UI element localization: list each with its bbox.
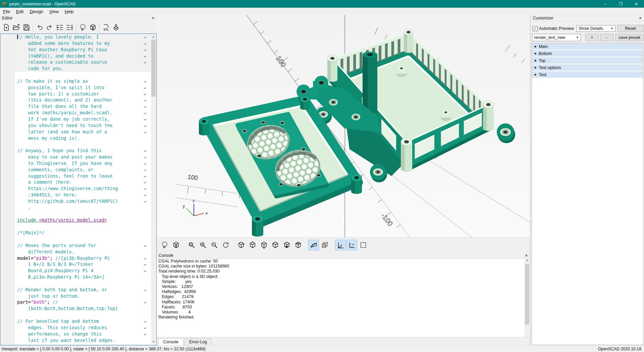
code-row[interactable]: If I've done my job correctly,↵ [0, 116, 156, 122]
view-back-button[interactable] [293, 240, 304, 250]
code-row[interactable]: 1 B+/2 B/3 B/3 B+/Tinker↵ [0, 261, 156, 268]
reset-view-button[interactable] [220, 240, 231, 250]
section-main[interactable]: ▶Main [532, 43, 643, 50]
code-row[interactable]: 3// To make it as simple as↵ [0, 78, 156, 84]
code-editor[interactable]: 1// Hello, you lovely people. I↵ added s… [0, 34, 157, 345]
code-row[interactable]: 1// Hello, you lovely people. I↵ [0, 34, 156, 40]
code-row[interactable]: easy to use and post your makes↵ [0, 154, 156, 160]
section-text-options[interactable]: ▶Text options [532, 64, 643, 71]
code-row[interactable]: file that does all the hard↵ [0, 103, 156, 110]
save-preset-button[interactable]: save preset [615, 34, 644, 41]
code-row[interactable]: 6 [0, 211, 156, 217]
preview-button[interactable]: » [78, 22, 88, 33]
orthogonal-button[interactable] [320, 240, 330, 250]
view-right-button[interactable] [236, 240, 247, 250]
undo-button[interactable] [35, 22, 45, 33]
send-to-printer-button[interactable] [111, 22, 121, 33]
perspective-button[interactable] [308, 240, 319, 250]
code-row[interactable]: 4 [0, 141, 156, 148]
code-row[interactable]: (YARPiC), and decided to↵ [0, 53, 156, 59]
view-front-button[interactable] [281, 240, 292, 250]
code-row[interactable]: just top or bottom. [0, 293, 156, 299]
code-row[interactable]: 9/*[Main]*/ [0, 230, 156, 236]
show-scale-markers-button[interactable]: 10 [346, 240, 357, 250]
code-row[interactable]: work (maths/yarpic_model.scad).↵ [0, 110, 156, 116]
code-row[interactable]: comments, complaints, or↵ [0, 167, 156, 173]
code-row[interactable]: 13 [0, 280, 156, 287]
scroll-down-icon[interactable]: ▼ [151, 339, 156, 344]
section-top[interactable]: ▶Top [532, 57, 643, 64]
redo-button[interactable] [45, 22, 55, 33]
code-row[interactable]: (this document), and 2) another↵ [0, 97, 156, 103]
editor-close-icon[interactable]: ✕ [152, 16, 155, 20]
new-file-button[interactable] [1, 22, 11, 33]
preset-dropdown[interactable]: render_test_new ▼ [532, 34, 581, 41]
console-scrollbar[interactable]: ▲ [525, 259, 530, 337]
menu-design[interactable]: Design [26, 8, 46, 15]
menu-file[interactable]: File [0, 8, 13, 15]
code-row[interactable]: B,pi3a:Raspberry Pi 1A+/3A+] [0, 274, 156, 280]
details-dropdown[interactable]: Show Details ▼ [577, 25, 615, 32]
view-all-button[interactable] [186, 240, 197, 250]
code-row[interactable]: two parts: 1) a customizer↵ [0, 91, 156, 97]
code-row[interactable]: 14// Render both top and bottom, or↵ [0, 287, 156, 293]
menu-edit[interactable]: Edit [13, 8, 26, 15]
code-row[interactable]: 12model="pi3b"; //[pi3b:Raspberry Pi↵ [0, 255, 156, 261]
code-row[interactable]: edges. This seriously reduces↵ [0, 325, 156, 331]
code-row[interactable]: to Thingiverse. If you have any↵ [0, 160, 156, 167]
menu-help[interactable]: Help [62, 8, 77, 15]
tab-console[interactable]: Console [158, 338, 183, 346]
code-row[interactable]: 10 [0, 236, 156, 242]
reset-button[interactable]: Reset [617, 25, 644, 32]
save-file-button[interactable] [21, 22, 32, 33]
code-row[interactable]: 17// For bevelled top and bottom↵ [0, 318, 156, 325]
indent-button[interactable] [65, 22, 75, 33]
code-row[interactable]: last if you want bevelled edges. [0, 337, 156, 344]
code-row[interactable]: mess my coding is). [0, 135, 156, 141]
editor-scrollbar-thumb[interactable] [151, 40, 156, 97]
view-left-button[interactable] [270, 240, 281, 250]
minimize-button[interactable]: – [598, 0, 613, 8]
zoom-in-button[interactable] [198, 240, 208, 250]
tab-error-log[interactable]: Error-Log [184, 338, 212, 345]
render-button[interactable] [88, 22, 98, 33]
code-row[interactable]: 8 [0, 223, 156, 230]
code-row[interactable]: Board,pi4:Raspberry Pi 4↵ [0, 268, 156, 274]
code-row[interactable]: . [0, 204, 156, 211]
scroll-up-icon[interactable]: ▲ [525, 259, 530, 263]
customizer-close-icon[interactable]: ✕ [639, 16, 642, 20]
show-edges-button[interactable] [358, 240, 369, 250]
automatic-preview-checkbox[interactable]: ✓ [533, 26, 538, 31]
add-preset-button[interactable]: + [585, 34, 599, 41]
code-row[interactable]: 7include <maths/yarpic model.scad> [0, 217, 156, 223]
render-button[interactable] [171, 240, 181, 250]
code-row[interactable]: performance, so change this↵ [0, 331, 156, 337]
code-row[interactable]: added some more features to my↵ [0, 40, 156, 47]
code-row[interactable]: 11// Moves the ports around for↵ [0, 242, 156, 249]
code-row[interactable]: 5// Anyway, I hope you find this↵ [0, 148, 156, 154]
code-row[interactable]: https://www.thingiverse.com/thing↵ [0, 185, 156, 192]
menu-view[interactable]: View [46, 8, 62, 15]
preview-button[interactable]: » [159, 240, 170, 250]
open-file-button[interactable] [11, 22, 21, 33]
show-axes-button[interactable] [335, 240, 346, 250]
code-row[interactable]: latter (and see how much of a↵ [0, 129, 156, 135]
code-row[interactable]: you shouldn't need to touch the↵ [0, 122, 156, 129]
view-top-button[interactable] [247, 240, 258, 250]
code-row[interactable]: 15part="both"; //↵ [0, 299, 156, 305]
code-row[interactable]: [both:Both,bottom:Bottom,top:Top] [0, 305, 156, 312]
code-row[interactable]: :3464513, or here:↵ [0, 192, 156, 198]
close-button[interactable]: ✕ [629, 0, 644, 8]
code-row[interactable]: 2 [0, 72, 156, 78]
unindent-button[interactable] [55, 22, 65, 33]
remove-preset-button[interactable]: - [600, 34, 613, 41]
editor-scrollbar[interactable]: ▲ ▼ [151, 34, 156, 344]
section-test[interactable]: ▶Test [532, 71, 643, 78]
code-row[interactable]: 16 [0, 312, 156, 318]
view-bottom-button[interactable] [259, 240, 269, 250]
console-close-icon[interactable]: ✕ [525, 253, 528, 258]
zoom-out-button[interactable] [209, 240, 220, 250]
export-stl-button[interactable]: STL [101, 22, 111, 33]
code-row[interactable]: possible, I've split it into↵ [0, 84, 156, 91]
code-row[interactable]: different models. [0, 249, 156, 255]
